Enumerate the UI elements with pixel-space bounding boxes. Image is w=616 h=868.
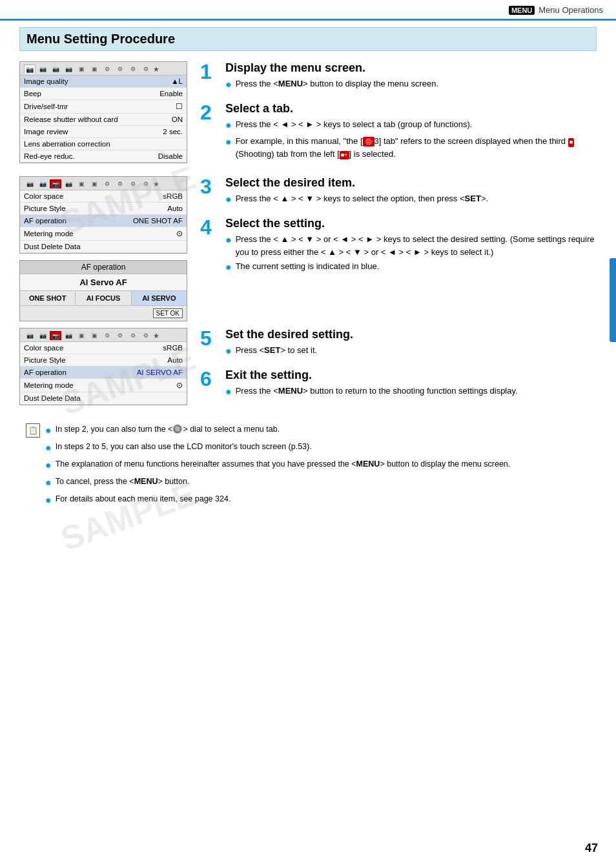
- tab3-shoot2[interactable]: 📷: [37, 331, 48, 340]
- tab-setup3[interactable]: ⚙: [127, 65, 139, 74]
- tab2-shoot4[interactable]: 📷: [63, 179, 74, 188]
- menu2-row-colorspace[interactable]: Color space sRGB: [20, 190, 187, 203]
- tab3-setup4[interactable]: ⚙: [140, 331, 152, 340]
- tab2-shoot2[interactable]: 📷: [37, 179, 48, 188]
- step1-text: Display the menu screen. ● Press the <ME…: [225, 61, 597, 94]
- bullet-dot-4: ●: [225, 192, 232, 207]
- tab-shoot4[interactable]: 📷: [63, 65, 74, 74]
- tab-setup2[interactable]: ⚙: [114, 65, 126, 74]
- note-list: ● In step 2, you can also turn the <🔘> d…: [45, 423, 510, 510]
- menu-row-lensaberration[interactable]: Lens aberration correction: [20, 138, 187, 150]
- note-bullet-2: ●: [45, 440, 52, 456]
- step1-block: 1 Display the menu screen. ● Press the <…: [200, 61, 597, 94]
- menu-row-redeyereduc[interactable]: Red-eye reduc. Disable: [20, 150, 187, 163]
- menu2-row-afoperation[interactable]: AF operation ONE SHOT AF: [20, 215, 187, 227]
- step2-block: 2 Select a tab. ● Press the < ◄ > < ► > …: [200, 102, 597, 162]
- tab2-setup2[interactable]: ⚙: [114, 179, 126, 188]
- menu3-row-dustdelete[interactable]: Dust Delete Data: [20, 392, 187, 405]
- menu2-row-dustdelete[interactable]: Dust Delete Data: [20, 241, 187, 253]
- tab2-setup4[interactable]: ⚙: [140, 179, 152, 188]
- tab3-shoot3-active[interactable]: 📷: [50, 331, 61, 340]
- step4-title: Select the setting.: [225, 217, 597, 230]
- menu3-row-colorspace[interactable]: Color space sRGB: [20, 342, 187, 354]
- step2-bullet1: ● Press the < ◄ > < ► > keys to select a…: [225, 118, 597, 133]
- tab3-setup1[interactable]: ⚙: [101, 331, 113, 340]
- step5-bullets: ● Press <SET> to set it.: [225, 344, 597, 359]
- steps-5-6-content: 5 Set the desired setting. ● Press <SET>…: [200, 328, 597, 412]
- tab2-play1[interactable]: ▣: [76, 179, 87, 188]
- tab2-setup3[interactable]: ⚙: [127, 179, 139, 188]
- tab3-shoot1[interactable]: 📷: [24, 331, 36, 340]
- af-btn-aiservo[interactable]: AI SERVO: [132, 291, 187, 305]
- tab-star[interactable]: ★: [153, 65, 159, 74]
- step3-number: 3: [200, 176, 223, 197]
- step4-block: 4 Select the setting. ● Press the < ▲ > …: [200, 217, 597, 277]
- note-icon: 📋: [26, 423, 40, 438]
- bullet-dot-6: ●: [225, 259, 232, 275]
- page-header: MENU Menu Operations: [0, 0, 616, 21]
- menu-row-release[interactable]: Release shutter without card ON: [20, 114, 187, 126]
- menu-display-2: 📷 📷 📷 📷 ▣ ▣ ⚙ ⚙ ⚙ ⚙ ★ Color space sRGB: [19, 176, 187, 254]
- step3-row: 📷 📷 📷 📷 ▣ ▣ ⚙ ⚙ ⚙ ⚙ ★ Color space sRGB: [19, 176, 597, 321]
- tab2-shoot1[interactable]: 📷: [24, 179, 36, 188]
- set-ok-badge[interactable]: SET OK: [153, 308, 183, 318]
- af-selected-value: Al Servo AF: [20, 274, 187, 290]
- tab-shoot2[interactable]: 📷: [37, 65, 48, 74]
- menu-row-beep[interactable]: Beep Enable: [20, 88, 187, 100]
- af-operation-screen: AF operation Al Servo AF ONE SHOT AI FOC…: [19, 260, 187, 321]
- menu3-row-afoperation[interactable]: AF operation AI SERVO AF: [20, 367, 187, 379]
- tab3-play2[interactable]: ▣: [88, 331, 100, 340]
- tab2-star[interactable]: ★: [153, 180, 159, 188]
- af-btn-aifocus[interactable]: AI FOCUS: [76, 291, 131, 305]
- menu-row-drive[interactable]: Drive/self-tmr ☐: [20, 100, 187, 114]
- step5-bullet1: ● Press <SET> to set it.: [225, 344, 597, 359]
- bullet-dot-2: ●: [225, 117, 232, 133]
- tab2-setup1[interactable]: ⚙: [101, 179, 113, 188]
- note-5: ● For details about each menu item, see …: [45, 493, 510, 508]
- bullet-dot-7: ●: [225, 343, 232, 359]
- note-bullet-5: ●: [45, 492, 52, 508]
- step5-title: Set the desired setting.: [225, 328, 597, 341]
- step2-bullets: ● Press the < ◄ > < ► > keys to select a…: [225, 118, 597, 160]
- af-btn-oneshot[interactable]: ONE SHOT: [20, 291, 76, 305]
- menu2-row-picturestyle[interactable]: Picture Style Auto: [20, 203, 187, 215]
- page-number: 47: [585, 842, 598, 855]
- tab3-setup2[interactable]: ⚙: [114, 331, 126, 340]
- tab3-star[interactable]: ★: [153, 332, 159, 340]
- menu-row-imagequality[interactable]: Image quality ▲L: [20, 76, 187, 88]
- note-3: ● The explanation of menu functions here…: [45, 458, 510, 473]
- step6-text: Exit the setting. ● Press the <MENU> but…: [225, 368, 597, 401]
- tab3-setup3[interactable]: ⚙: [127, 331, 139, 340]
- note-item-wrapper: 📋 ● In step 2, you can also turn the <🔘>…: [26, 423, 590, 510]
- tab-shoot3[interactable]: 📷: [50, 65, 61, 74]
- step3-text: Select the desired item. ● Press the < ▲…: [225, 176, 597, 209]
- tab-setup4[interactable]: ⚙: [140, 65, 152, 74]
- menu2-row-metering[interactable]: Metering mode ⊙: [20, 227, 187, 241]
- tab2-play2[interactable]: ▣: [88, 179, 100, 188]
- menu3-row-picturestyle[interactable]: Picture Style Auto: [20, 354, 187, 367]
- af-screen-title: AF operation: [20, 261, 187, 274]
- step6-number: 6: [200, 368, 223, 389]
- menu-row-imagereview[interactable]: Image review 2 sec.: [20, 126, 187, 138]
- menu3-row-metering[interactable]: Metering mode ⊙: [20, 379, 187, 392]
- menu-screen-1: 📷 📷 📷 📷 ▣ ▣ ⚙ ⚙ ⚙ ⚙ ★ Image quality ▲L: [19, 61, 187, 170]
- tab-play2[interactable]: ▣: [88, 65, 100, 74]
- step3-title: Select the desired item.: [225, 176, 597, 190]
- tab3-shoot4[interactable]: 📷: [63, 331, 74, 340]
- step1-bullets: ● Press the <MENU> button to display the…: [225, 77, 597, 92]
- tab-shoot1[interactable]: 📷: [24, 65, 36, 74]
- tab-setup1[interactable]: ⚙: [101, 65, 113, 74]
- step2-number: 2: [200, 102, 223, 123]
- menu-tabs-1: 📷 📷 📷 📷 ▣ ▣ ⚙ ⚙ ⚙ ⚙ ★: [20, 62, 187, 76]
- step2-text: Select a tab. ● Press the < ◄ > < ► > ke…: [225, 102, 597, 162]
- step4-text: Select the setting. ● Press the < ▲ > < …: [225, 217, 597, 277]
- steps-5-6-row: 📷 📷 📷 📷 ▣ ▣ ⚙ ⚙ ⚙ ⚙ ★ Color space sRGB: [19, 328, 597, 412]
- tab2-shoot3-active[interactable]: 📷: [50, 179, 61, 188]
- tab-play1[interactable]: ▣: [76, 65, 87, 74]
- step1-content: 1 Display the menu screen. ● Press the <…: [200, 61, 597, 170]
- section-title: Menu Setting Procedure: [19, 27, 597, 51]
- tab3-play1[interactable]: ▣: [76, 331, 87, 340]
- menu-display-1: 📷 📷 📷 📷 ▣ ▣ ⚙ ⚙ ⚙ ⚙ ★ Image quality ▲L: [19, 61, 187, 163]
- step2-title: Select a tab.: [225, 102, 597, 116]
- note-2: ● In steps 2 to 5, you can also use the …: [45, 441, 510, 456]
